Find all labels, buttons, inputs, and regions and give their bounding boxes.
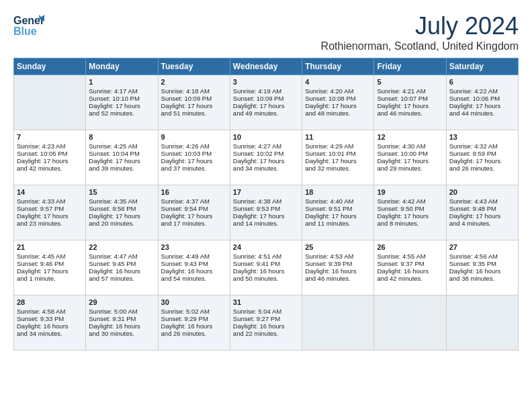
cell-w5-d2: 30Sunrise: 5:02 AMSunset: 9:29 PMDayligh…	[158, 295, 230, 351]
day-info-line: and 4 minutes.	[449, 220, 515, 227]
day-info-line: Daylight: 16 hours	[377, 267, 443, 275]
day-number: 4	[305, 78, 371, 86]
day-number: 26	[377, 243, 443, 251]
day-number: 7	[17, 133, 83, 141]
day-info-line: Daylight: 16 hours	[305, 267, 371, 275]
cell-w3-d1: 15Sunrise: 4:35 AMSunset: 9:56 PMDayligh…	[86, 185, 158, 240]
day-number: 5	[377, 78, 443, 86]
day-info-line: Daylight: 17 hours	[161, 102, 227, 109]
day-info-line: Sunset: 10:04 PM	[89, 150, 154, 157]
day-info-line: and 20 minutes.	[89, 220, 154, 227]
day-info-line: and 42 minutes.	[17, 165, 83, 172]
day-info-line: Sunrise: 4:38 AM	[233, 197, 299, 205]
day-info-line: Sunset: 10:00 PM	[377, 150, 443, 157]
day-info-line: Sunset: 9:51 PM	[305, 205, 371, 212]
day-info-line: Sunrise: 5:00 AM	[89, 308, 154, 315]
day-info-line: Sunrise: 4:30 AM	[377, 142, 443, 150]
day-number: 6	[449, 78, 515, 86]
logo: General Blue	[13, 12, 44, 38]
day-info-line: Sunrise: 4:37 AM	[161, 197, 227, 205]
cell-w4-d2: 23Sunrise: 4:49 AMSunset: 9:43 PMDayligh…	[158, 240, 230, 295]
day-info-line: Daylight: 17 hours	[89, 157, 154, 165]
day-number: 30	[161, 298, 227, 306]
day-info-line: Daylight: 17 hours	[233, 157, 299, 165]
day-number: 21	[17, 243, 83, 251]
day-info-line: Daylight: 17 hours	[17, 267, 83, 275]
day-info-line: Daylight: 17 hours	[161, 212, 227, 220]
cell-w5-d3: 31Sunrise: 5:04 AMSunset: 9:27 PMDayligh…	[230, 295, 302, 351]
cell-w2-d0: 7Sunrise: 4:23 AMSunset: 10:05 PMDayligh…	[14, 130, 86, 185]
day-number: 15	[89, 188, 154, 196]
col-friday: Friday	[374, 58, 446, 75]
week-row-3: 14Sunrise: 4:33 AMSunset: 9:57 PMDayligh…	[14, 185, 519, 240]
day-info-line: Daylight: 17 hours	[305, 212, 371, 220]
col-tuesday: Tuesday	[158, 58, 230, 75]
day-info-line: Sunset: 10:05 PM	[17, 150, 83, 157]
day-info-line: Daylight: 17 hours	[305, 157, 371, 165]
logo-icon: General Blue	[13, 12, 44, 38]
cell-w2-d6: 13Sunrise: 4:32 AMSunset: 9:59 PMDayligh…	[446, 130, 518, 185]
day-info-line: and 39 minutes.	[89, 165, 154, 172]
cell-w4-d4: 25Sunrise: 4:53 AMSunset: 9:39 PMDayligh…	[302, 240, 374, 295]
cell-w5-d1: 29Sunrise: 5:00 AMSunset: 9:31 PMDayligh…	[86, 295, 158, 351]
day-info-line: Sunset: 9:48 PM	[449, 205, 515, 212]
day-info-line: Sunset: 9:46 PM	[17, 260, 83, 267]
day-info-line: Sunrise: 4:21 AM	[377, 87, 443, 95]
day-number: 17	[233, 188, 299, 196]
day-info-line: Sunrise: 4:33 AM	[17, 197, 83, 205]
day-info-line: and 34 minutes.	[17, 330, 83, 337]
day-info-line: Sunrise: 4:19 AM	[233, 87, 299, 95]
cell-w5-d4	[302, 295, 374, 351]
cell-w1-d4: 4Sunrise: 4:20 AMSunset: 10:08 PMDayligh…	[302, 75, 374, 130]
day-info-line: and 46 minutes.	[377, 109, 443, 117]
day-number: 8	[89, 133, 154, 141]
day-number: 13	[449, 133, 515, 141]
day-number: 14	[17, 188, 83, 196]
day-info-line: Sunrise: 4:18 AM	[161, 87, 227, 95]
header: General Blue July 2024 Rothienorman, Sco…	[13, 12, 519, 52]
day-info-line: Sunrise: 4:22 AM	[449, 87, 515, 95]
location-subtitle: Rothienorman, Scotland, United Kingdom	[321, 40, 519, 52]
day-info-line: Daylight: 17 hours	[161, 157, 227, 165]
day-number: 12	[377, 133, 443, 141]
day-number: 1	[89, 78, 154, 86]
day-info-line: Sunrise: 4:49 AM	[161, 253, 227, 260]
day-info-line: and 37 minutes.	[161, 165, 227, 172]
day-info-line: Sunset: 9:45 PM	[89, 260, 154, 267]
day-info-line: Sunset: 10:02 PM	[233, 150, 299, 157]
day-info-line: and 48 minutes.	[305, 109, 371, 117]
cell-w3-d2: 16Sunrise: 4:37 AMSunset: 9:54 PMDayligh…	[158, 185, 230, 240]
day-number: 16	[161, 188, 227, 196]
day-info-line: and 38 minutes.	[449, 275, 515, 282]
day-info-line: Daylight: 16 hours	[89, 267, 154, 275]
day-info-line: Sunrise: 4:51 AM	[233, 253, 299, 260]
calendar-page: General Blue July 2024 Rothienorman, Sco…	[0, 0, 532, 357]
col-monday: Monday	[86, 58, 158, 75]
cell-w1-d0	[14, 75, 86, 130]
svg-text:Blue: Blue	[13, 26, 37, 37]
cell-w4-d1: 22Sunrise: 4:47 AMSunset: 9:45 PMDayligh…	[86, 240, 158, 295]
day-info-line: Daylight: 17 hours	[377, 102, 443, 109]
col-sunday: Sunday	[14, 58, 86, 75]
day-info-line: Sunrise: 4:42 AM	[377, 197, 443, 205]
day-info-line: Sunrise: 4:17 AM	[89, 87, 154, 95]
day-number: 10	[233, 133, 299, 141]
day-info-line: and 46 minutes.	[305, 275, 371, 282]
day-info-line: Sunset: 9:50 PM	[377, 205, 443, 212]
day-info-line: Daylight: 17 hours	[89, 102, 154, 109]
day-info-line: Daylight: 16 hours	[449, 267, 515, 275]
day-number: 28	[17, 298, 83, 306]
cell-w5-d0: 28Sunrise: 4:58 AMSunset: 9:33 PMDayligh…	[14, 295, 86, 351]
day-number: 25	[305, 243, 371, 251]
col-wednesday: Wednesday	[230, 58, 302, 75]
day-info-line: and 51 minutes.	[161, 109, 227, 117]
day-info-line: Sunset: 9:54 PM	[161, 205, 227, 212]
cell-w3-d6: 20Sunrise: 4:43 AMSunset: 9:48 PMDayligh…	[446, 185, 518, 240]
header-row: Sunday Monday Tuesday Wednesday Thursday…	[14, 58, 519, 75]
cell-w4-d3: 24Sunrise: 4:51 AMSunset: 9:41 PMDayligh…	[230, 240, 302, 295]
day-info-line: Sunset: 9:33 PM	[17, 315, 83, 322]
day-info-line: and 50 minutes.	[233, 275, 299, 282]
day-info-line: Daylight: 16 hours	[233, 267, 299, 275]
day-info-line: Daylight: 17 hours	[377, 212, 443, 220]
day-info-line: Sunrise: 4:35 AM	[89, 197, 154, 205]
